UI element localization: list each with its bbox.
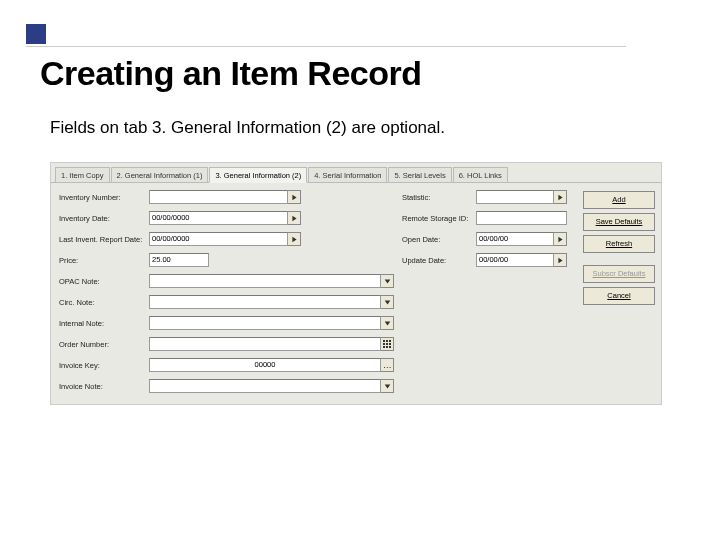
app-window: 1. Item Copy 2. General Information (1) … [50,162,662,405]
input-order-number[interactable] [149,337,381,351]
form-body: Inventory Number: Inventory Date: 00/00/… [51,183,661,404]
input-open-date[interactable]: 00/00/00 [476,232,554,246]
lookup-update-date[interactable] [554,253,567,267]
tab-hol-links[interactable]: 6. HOL Links [453,167,508,182]
svg-marker-9 [558,257,562,263]
expand-circ-note[interactable] [381,295,394,309]
lookup-statistic[interactable] [554,190,567,204]
svg-marker-2 [292,236,296,242]
input-inventory-number[interactable] [149,190,288,204]
label-invoice-key: Invoice Key: [59,361,145,370]
ellipsis-icon: … [383,362,392,369]
refresh-button[interactable]: Refresh [583,235,655,253]
expand-opac-note[interactable] [381,274,394,288]
tab-bar: 1. Item Copy 2. General Information (1) … [51,163,661,183]
input-opac-note[interactable] [149,274,381,288]
label-update-date: Update Date: [402,256,472,265]
label-open-date: Open Date: [402,235,472,244]
svg-marker-4 [384,300,390,304]
label-circ-note: Circ. Note: [59,298,145,307]
svg-marker-5 [384,321,390,325]
add-button[interactable]: Add [583,191,655,209]
input-inventory-date[interactable]: 00/00/0000 [149,211,288,225]
expand-internal-note[interactable] [381,316,394,330]
input-internal-note[interactable] [149,316,381,330]
input-invoice-key[interactable]: 00000 [149,358,381,372]
save-defaults-button[interactable]: Save Defaults [583,213,655,231]
label-last-report: Last Invent. Report Date: [59,235,145,244]
slide-title: Creating an Item Record [40,54,421,93]
svg-marker-1 [292,215,296,221]
lookup-last-report[interactable] [288,232,301,246]
input-last-report[interactable]: 00/00/0000 [149,232,288,246]
input-remote-storage[interactable] [476,211,567,225]
input-update-date[interactable]: 00/00/00 [476,253,554,267]
svg-marker-7 [558,194,562,200]
slide-accent-line [26,46,626,47]
svg-marker-8 [558,236,562,242]
slide-accent-square [26,24,46,44]
svg-marker-3 [384,279,390,283]
slide-subtitle: Fields on tab 3. General Information (2)… [50,118,445,138]
input-invoice-note[interactable] [149,379,381,393]
lookup-inventory-number[interactable] [288,190,301,204]
label-inventory-date: Inventory Date: [59,214,145,223]
label-statistic: Statistic: [402,193,472,202]
tab-general-info-2[interactable]: 3. General Information (2) [209,167,307,183]
input-circ-note[interactable] [149,295,381,309]
tab-item-copy[interactable]: 1. Item Copy [55,167,110,182]
picker-order-number[interactable] [381,337,394,351]
svg-marker-0 [292,194,296,200]
subscr-defaults-button: Subscr Defaults [583,265,655,283]
label-opac-note: OPAC Note: [59,277,145,286]
label-order-number: Order Number: [59,340,145,349]
sidebar-buttons: Add Save Defaults Refresh Subscr Default… [583,189,655,394]
picker-invoice-key[interactable]: … [381,358,394,372]
grid-icon [383,340,392,349]
svg-marker-6 [384,384,390,388]
tab-serial-levels[interactable]: 5. Serial Levels [388,167,451,182]
label-internal-note: Internal Note: [59,319,145,328]
right-column: Statistic: Remote Storage ID: Open [402,189,567,394]
expand-invoice-note[interactable] [381,379,394,393]
tab-serial-info[interactable]: 4. Serial Information [308,167,387,182]
sidebar-spacer [583,257,655,261]
tab-general-info-1[interactable]: 2. General Information (1) [111,167,209,182]
label-invoice-note: Invoice Note: [59,382,145,391]
lookup-open-date[interactable] [554,232,567,246]
input-price[interactable]: 25.00 [149,253,209,267]
input-statistic[interactable] [476,190,554,204]
label-price: Price: [59,256,145,265]
label-remote-storage: Remote Storage ID: [402,214,472,223]
lookup-inventory-date[interactable] [288,211,301,225]
label-inventory-number: Inventory Number: [59,193,145,202]
cancel-button[interactable]: Cancel [583,287,655,305]
left-column: Inventory Number: Inventory Date: 00/00/… [59,189,394,394]
